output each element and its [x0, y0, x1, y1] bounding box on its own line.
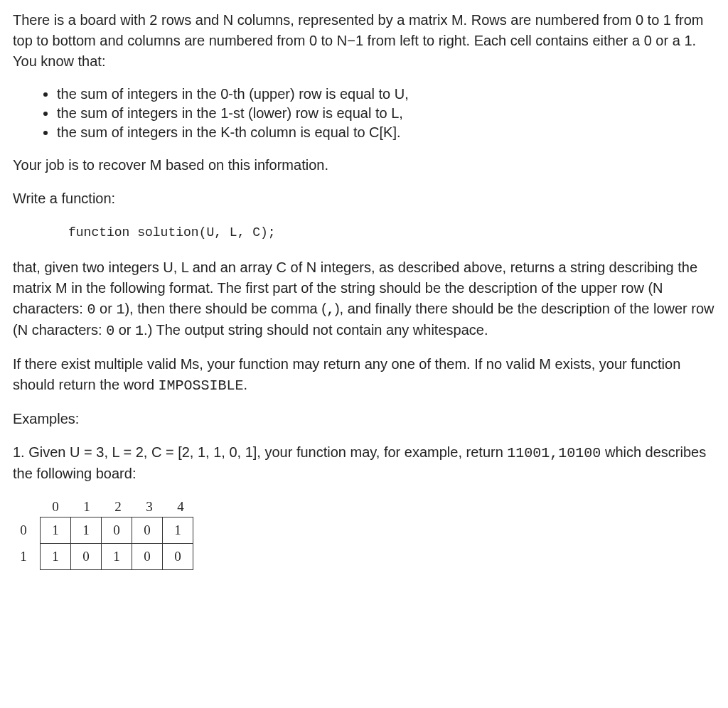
board-cell: 0	[70, 543, 102, 570]
bullet-list: the sum of integers in the 0-th (upper) …	[13, 85, 715, 142]
example-1-text: 1. Given U = 3, L = 2, C = [2, 1, 1, 0, …	[13, 442, 715, 484]
row-label: 1	[13, 547, 40, 567]
col-header: 2	[102, 497, 134, 517]
board-cell: 1	[162, 517, 193, 544]
paragraph-job: Your job is to recover M based on this i…	[13, 155, 715, 176]
bullet-item: the sum of integers in the 0-th (upper) …	[57, 85, 715, 104]
examples-heading: Examples:	[13, 409, 715, 429]
col-header: 1	[71, 497, 102, 517]
col-header: 3	[134, 497, 165, 517]
board-cell: 1	[101, 543, 132, 570]
code-signature: function solution(U, L, C);	[68, 223, 715, 242]
board-cell: 0	[101, 517, 132, 544]
board-table: 0 1 2 3 4 0 1 1 0 0 1 1 1 0 1 0 0	[13, 497, 715, 570]
row-label: 0	[13, 520, 40, 540]
board-cell: 1	[40, 543, 71, 570]
paragraph-format: that, given two integers U, L and an arr…	[13, 257, 715, 341]
paragraph-write: Write a function:	[13, 188, 715, 209]
col-header: 0	[40, 497, 71, 517]
board-cell: 1	[70, 517, 102, 544]
board-cell: 0	[132, 517, 163, 544]
board-cell: 0	[132, 543, 163, 570]
paragraph-multiple: If there exist multiple valid Ms, your f…	[13, 354, 715, 396]
board-row: 1 1 0 0 1	[40, 517, 193, 544]
bullet-item: the sum of integers in the K-th column i…	[57, 123, 715, 142]
board-row: 1 0 1 0 0	[40, 544, 193, 570]
col-header: 4	[165, 497, 196, 517]
board-col-headers: 0 1 2 3 4	[40, 497, 715, 517]
board-cell: 0	[162, 543, 193, 570]
board-cell: 1	[40, 517, 71, 544]
bullet-item: the sum of integers in the 1-st (lower) …	[57, 104, 715, 123]
paragraph-intro: There is a board with 2 rows and N colum…	[13, 10, 715, 72]
